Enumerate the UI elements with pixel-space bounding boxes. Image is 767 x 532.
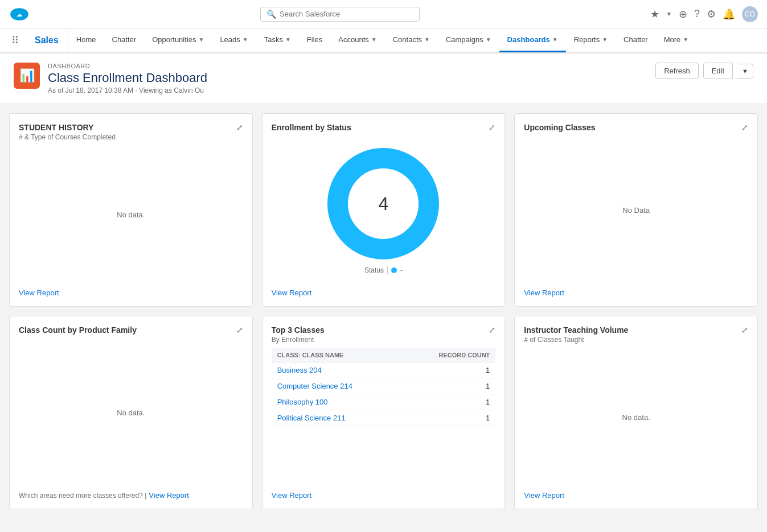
donut-chart: 4	[326, 147, 440, 261]
nav-item-accounts[interactable]: Accounts ▼	[330, 28, 384, 52]
card-student-history-title-area: STUDENT HISTORY # & Type of Courses Comp…	[19, 123, 116, 141]
legend-separator	[387, 266, 388, 274]
edit-dropdown-button[interactable]: ▼	[737, 64, 753, 79]
dashboard-icon: 📊	[19, 68, 35, 83]
record-count-2: 1	[401, 378, 495, 394]
no-data-label: No data.	[117, 211, 145, 219]
star-icon[interactable]: ★	[650, 8, 659, 20]
bell-icon[interactable]: 🔔	[723, 8, 735, 20]
nav-item-more[interactable]: More ▼	[656, 28, 697, 52]
card-student-history-header: STUDENT HISTORY # & Type of Courses Comp…	[19, 123, 243, 141]
chevron-down-icon[interactable]: ▼	[666, 11, 672, 17]
table-row: Philosophy 100 1	[272, 394, 496, 410]
plus-icon[interactable]: ⊕	[679, 8, 687, 20]
table-row: Business 204 1	[272, 362, 496, 378]
card-instructor-subtitle: # of Classes Taught	[524, 336, 628, 344]
view-report-link-enrollment[interactable]: View Report	[272, 288, 312, 297]
view-report-link-upcoming[interactable]: View Report	[524, 288, 564, 297]
dashboard-title-area: DASHBOARD Class Enrollment Dashboard As …	[48, 63, 207, 94]
view-report-link-instructor[interactable]: View Report	[524, 491, 564, 500]
expand-icon-enrollment[interactable]: ⤢	[489, 123, 495, 132]
dashboard-content: STUDENT HISTORY # & Type of Courses Comp…	[0, 104, 767, 518]
page-title: Class Enrollment Dashboard	[48, 71, 207, 85]
top3-table: CLASS: CLASS NAME RECORD COUNT Business …	[272, 348, 496, 426]
card-class-count: Class Count by Product Family ⤢ No data.…	[9, 316, 253, 509]
nav-item-reports[interactable]: Reports ▼	[566, 28, 616, 52]
nav-item-chatter[interactable]: Chatter	[104, 28, 145, 52]
col-class-name-header: CLASS: CLASS NAME	[272, 348, 402, 362]
expand-icon[interactable]: ⤢	[236, 123, 243, 132]
card-top3-header: Top 3 Classes By Enrollment ⤢	[272, 325, 496, 344]
class-name-2[interactable]: Computer Science 214	[272, 378, 402, 394]
refresh-button[interactable]: Refresh	[655, 63, 699, 79]
view-report-link-student-history[interactable]: View Report	[19, 288, 59, 297]
table-row: Political Science 211 1	[272, 410, 496, 426]
card-enrollment-status-header: Enrollment by Status ⤢	[272, 123, 496, 132]
card-instructor-volume: Instructor Teaching Volume # of Classes …	[514, 316, 758, 509]
record-count-1: 1	[401, 362, 495, 378]
no-data-class-count: No data.	[117, 409, 145, 417]
dashboard-breadcrumb: DASHBOARD	[48, 63, 207, 69]
legend-dot	[391, 267, 397, 273]
nav-item-contacts[interactable]: Contacts ▼	[385, 28, 438, 52]
salesforce-logo-icon[interactable]: ☁	[9, 4, 30, 24]
question-icon[interactable]: ?	[694, 8, 700, 20]
card-class-count-title: Class Count by Product Family	[19, 325, 137, 335]
dashboard-icon-box: 📊	[14, 63, 40, 89]
nav-item-tasks[interactable]: Tasks ▼	[256, 28, 299, 52]
search-input[interactable]	[280, 10, 413, 18]
no-data-upcoming: No Data	[622, 206, 650, 215]
footer-static-text: Which areas need more classes offered? |	[19, 492, 146, 500]
card-student-history-subtitle: # & Type of Courses Completed	[19, 133, 116, 141]
nav-items: Home Chatter Opportunities ▼ Leads ▼ Tas…	[68, 28, 696, 52]
card-class-count-body: No data.	[19, 339, 243, 486]
nav-item-campaigns[interactable]: Campaigns ▼	[438, 28, 499, 52]
expand-icon-class-count[interactable]: ⤢	[236, 325, 243, 335]
avatar[interactable]: CO	[742, 6, 758, 22]
card-enrollment-status: Enrollment by Status ⤢ 4 Status	[262, 113, 506, 307]
nav-item-opportunities[interactable]: Opportunities ▼	[144, 28, 212, 52]
grid-icon[interactable]: ⠿	[5, 34, 26, 47]
record-count-3: 1	[401, 394, 495, 410]
card-enrollment-status-footer: View Report	[272, 288, 496, 297]
class-name-1[interactable]: Business 204	[272, 362, 402, 378]
utility-bar: ☁ 🔍 ★ ▼ ⊕ ? ⚙ 🔔 CO	[0, 0, 767, 28]
dashboard-grid: STUDENT HISTORY # & Type of Courses Comp…	[9, 113, 758, 509]
edit-button[interactable]: Edit	[703, 63, 733, 79]
card-student-history: STUDENT HISTORY # & Type of Courses Comp…	[9, 113, 253, 307]
dashboard-header-left: 📊 DASHBOARD Class Enrollment Dashboard A…	[14, 63, 207, 94]
view-report-link-top3[interactable]: View Report	[272, 491, 312, 500]
search-bar[interactable]: 🔍	[260, 7, 420, 22]
card-student-history-footer: View Report	[19, 288, 243, 297]
nav-item-leads[interactable]: Leads ▼	[212, 28, 256, 52]
top3-table-body: Business 204 1 Computer Science 214 1 Ph…	[272, 362, 496, 426]
table-row: Computer Science 214 1	[272, 378, 496, 394]
donut-center-value: 4	[379, 193, 389, 214]
nav-item-chatter2[interactable]: Chatter	[616, 28, 656, 52]
nav-item-home[interactable]: Home	[68, 28, 104, 52]
card-instructor-title: Instructor Teaching Volume	[524, 325, 628, 335]
donut-legend: Status -	[364, 266, 403, 274]
card-upcoming-classes: Upcoming Classes ⤢ No Data View Report	[514, 113, 758, 307]
card-enrollment-status-body: 4 Status -	[272, 137, 496, 284]
card-top3-title-area: Top 3 Classes By Enrollment	[272, 325, 325, 344]
nav-item-dashboards[interactable]: Dashboards ▼	[499, 28, 566, 52]
card-instructor-footer: View Report	[524, 491, 748, 500]
expand-icon-instructor[interactable]: ⤢	[741, 325, 748, 335]
gear-icon[interactable]: ⚙	[707, 8, 716, 20]
app-name: Sales	[26, 28, 68, 52]
col-record-count-header: RECORD COUNT	[401, 348, 495, 362]
no-data-instructor: No data.	[622, 413, 650, 422]
card-top3-classes: Top 3 Classes By Enrollment ⤢ CLASS: CLA…	[262, 316, 506, 509]
card-class-count-header: Class Count by Product Family ⤢	[19, 325, 243, 335]
expand-icon-top3[interactable]: ⤢	[489, 325, 495, 335]
donut-container: 4 Status -	[272, 137, 496, 284]
nav-item-files[interactable]: Files	[299, 28, 330, 52]
view-report-link-class-count[interactable]: View Report	[149, 491, 189, 500]
legend-label: Status	[364, 266, 384, 274]
expand-icon-upcoming[interactable]: ⤢	[741, 123, 748, 132]
class-name-3[interactable]: Philosophy 100	[272, 394, 402, 410]
card-upcoming-classes-footer: View Report	[524, 288, 748, 297]
class-name-4[interactable]: Political Science 211	[272, 410, 402, 426]
card-top3-body: CLASS: CLASS NAME RECORD COUNT Business …	[272, 348, 496, 486]
